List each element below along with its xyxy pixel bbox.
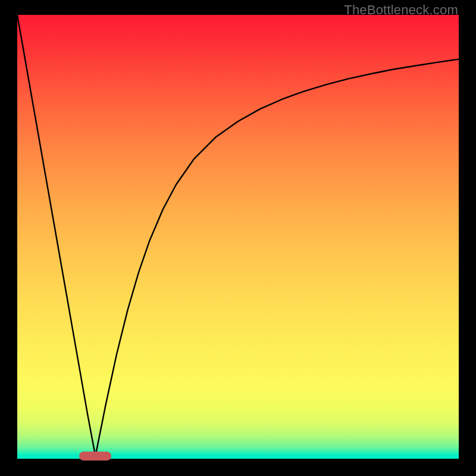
plot-area	[17, 15, 459, 459]
chart-frame: TheBottleneck.com	[0, 0, 476, 476]
watermark-text: TheBottleneck.com	[344, 2, 458, 18]
curve-layer	[17, 15, 459, 459]
curve-left-descent	[17, 15, 95, 456]
bottleneck-marker	[79, 452, 111, 461]
curve-right-rise	[95, 60, 459, 456]
